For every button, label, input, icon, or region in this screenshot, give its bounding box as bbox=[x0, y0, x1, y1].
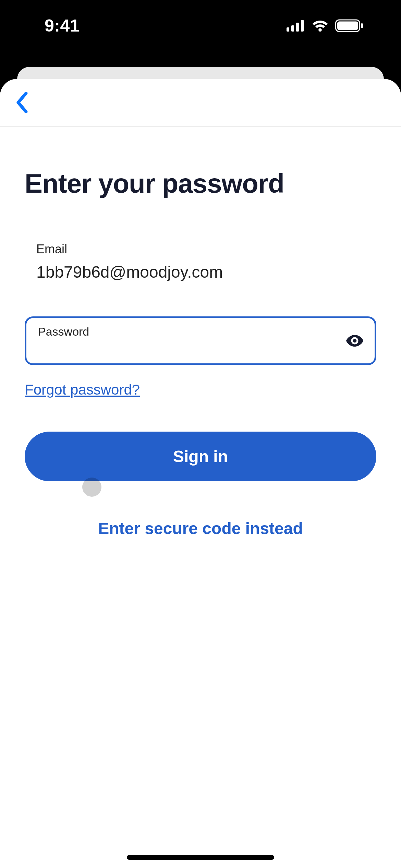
wifi-icon bbox=[311, 19, 329, 32]
sign-in-button[interactable]: Sign in bbox=[25, 432, 376, 481]
svg-rect-0 bbox=[287, 27, 289, 32]
svg-rect-6 bbox=[361, 23, 363, 28]
email-value: 1bb79b6d@moodjoy.com bbox=[36, 263, 376, 281]
back-button[interactable] bbox=[10, 91, 34, 114]
secure-code-link[interactable]: Enter secure code instead bbox=[25, 519, 376, 538]
svg-point-7 bbox=[353, 339, 357, 343]
forgot-password-link[interactable]: Forgot password? bbox=[25, 382, 140, 398]
status-right bbox=[287, 19, 363, 32]
email-label: Email bbox=[36, 242, 376, 256]
content: Enter your password Email 1bb79b6d@moodj… bbox=[0, 127, 401, 538]
password-input[interactable] bbox=[38, 340, 340, 357]
toggle-password-visibility-button[interactable] bbox=[345, 331, 364, 350]
password-field[interactable]: Password bbox=[25, 316, 376, 365]
page-title: Enter your password bbox=[25, 168, 376, 199]
svg-rect-3 bbox=[301, 20, 304, 32]
eye-icon bbox=[346, 335, 363, 347]
password-label: Password bbox=[38, 325, 340, 338]
status-bar: 9:41 bbox=[0, 0, 401, 51]
email-display: Email 1bb79b6d@moodjoy.com bbox=[25, 242, 376, 281]
svg-rect-5 bbox=[337, 22, 358, 30]
nav-bar bbox=[0, 79, 401, 127]
home-indicator bbox=[127, 855, 274, 860]
modal-sheet: Enter your password Email 1bb79b6d@moodj… bbox=[0, 79, 401, 868]
battery-icon bbox=[335, 19, 363, 32]
chevron-left-icon bbox=[15, 92, 29, 113]
svg-rect-1 bbox=[291, 25, 294, 32]
status-time: 9:41 bbox=[45, 16, 80, 36]
cellular-signal-icon bbox=[287, 20, 305, 32]
svg-rect-2 bbox=[296, 23, 299, 32]
